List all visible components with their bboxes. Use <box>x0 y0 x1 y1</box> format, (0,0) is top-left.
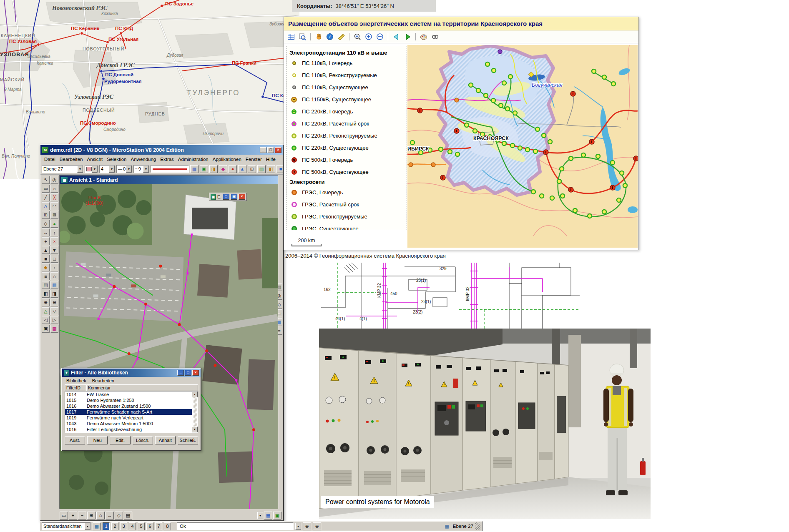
tool-icon[interactable]: ▦ <box>50 281 58 289</box>
chevron-down-icon[interactable]: ▼ <box>126 166 132 173</box>
chevron-down-icon[interactable]: ▼ <box>92 166 98 173</box>
scroll-track[interactable] <box>192 397 198 427</box>
ms-toolbar-icon[interactable]: ▲ <box>238 165 246 173</box>
menu-extras[interactable]: Extras <box>158 156 176 163</box>
scroll-up-icon[interactable]: ▲ <box>192 391 198 397</box>
ms-toolbar-icon[interactable]: ⊞ <box>248 165 256 173</box>
filter-row-selected[interactable]: 1017Fernwärme Schaden nach S-Art <box>65 409 198 415</box>
tool-icon[interactable]: ▤ <box>42 281 50 289</box>
view-toggle-1[interactable]: 1 <box>103 522 110 530</box>
filter-row[interactable]: 1016Filter-Leitungsbezeichnung <box>65 427 198 432</box>
close-icon[interactable]: × <box>275 147 281 153</box>
menu-bearbeiten[interactable]: Bearbeiten <box>90 378 117 384</box>
menu-hilfe[interactable]: Hilfe <box>264 156 278 163</box>
tool-icon[interactable]: ↖ <box>42 176 50 184</box>
tool-icon[interactable]: ◦ <box>50 263 58 271</box>
maximize-icon[interactable]: □ <box>185 370 191 376</box>
tool-icon[interactable]: ▼ <box>50 246 58 254</box>
menu-bibliothek[interactable]: Bibliothek <box>64 378 89 384</box>
zoom-plus-icon[interactable] <box>364 32 373 41</box>
tool-icon[interactable]: ↕ <box>50 228 58 236</box>
menu-datei[interactable]: Datei <box>42 156 58 163</box>
tool-icon[interactable]: ⊕ <box>42 299 50 306</box>
ms-toolbar-icon[interactable]: ◧ <box>267 165 275 173</box>
view-titlebar[interactable]: ▦ Ansicht 1 - Standard <box>60 176 278 184</box>
restore-icon[interactable]: □ <box>223 194 229 200</box>
view-groups-icon[interactable]: ▦ <box>93 522 101 530</box>
filter-row[interactable]: 1014FW Trasse <box>65 391 198 397</box>
filter-row[interactable]: 1043Demo Abwasser Medium 1:5000 <box>65 421 198 427</box>
view-toggle-3[interactable]: 3 <box>120 522 127 530</box>
column-header-filterid[interactable]: FilterID <box>65 384 86 391</box>
zoom-in-icon[interactable]: + <box>69 512 77 519</box>
tool-icon[interactable]: ◁ <box>42 316 50 324</box>
tool-icon[interactable]: ◇ <box>42 220 50 228</box>
filter-row[interactable]: 1019Fernwärme nach Verlegeart <box>65 415 198 421</box>
edit-button[interactable]: Edit. <box>110 436 130 444</box>
filter-row[interactable]: 1015Demo Hydranten 1:250 <box>65 397 198 403</box>
aust-button[interactable]: Aust. <box>65 436 85 444</box>
tool-icon[interactable]: ≡ <box>42 272 50 280</box>
tool-icon[interactable]: ╳ <box>50 193 58 201</box>
level-combo[interactable]: Ebene 27▼ <box>42 165 83 173</box>
tool-icon[interactable]: ▭ <box>42 185 50 193</box>
zoom-minus-icon[interactable] <box>375 32 384 41</box>
ms-toolbar-icon[interactable]: ▦ <box>190 165 199 173</box>
line-style-combo[interactable]: —0▼ <box>116 165 132 173</box>
fit-view-icon[interactable]: ⌂ <box>96 512 105 519</box>
tool-icon[interactable]: + <box>42 237 50 245</box>
tool-icon[interactable]: ▽ <box>50 307 58 315</box>
tool-icon[interactable]: × <box>50 237 58 245</box>
menu-applikationen[interactable]: Applikationen <box>211 156 244 163</box>
maximize-icon[interactable]: □ <box>267 147 274 153</box>
zoom-out-icon[interactable]: − <box>78 512 86 519</box>
menu-bearbeiten[interactable]: Bearbeiten <box>58 156 85 163</box>
tool-icon[interactable]: ● <box>50 220 58 228</box>
krasnoyarsk-map[interactable]: КРАСНОЯРСК ИБИРСК Богучанская <box>407 45 638 248</box>
ms-toolbar-icon[interactable]: ◨ <box>209 165 218 173</box>
settings-icon[interactable]: ▦ <box>264 512 272 519</box>
view-toggle-7[interactable]: 7 <box>155 522 162 530</box>
tool-icon[interactable]: ○ <box>50 185 58 193</box>
nav-back-icon[interactable] <box>392 32 401 41</box>
snap-mode-icon[interactable]: ⊕ <box>303 522 311 530</box>
tool-icon[interactable]: ⌂ <box>50 272 58 280</box>
view-toggle-4[interactable]: 4 <box>129 522 136 530</box>
tool-icon[interactable]: A <box>42 202 50 210</box>
menu-anwendung[interactable]: Anwendung <box>129 156 158 163</box>
zoom-extent-icon[interactable] <box>298 32 307 41</box>
ms-toolbar-icon[interactable]: ● <box>229 165 237 173</box>
pan-icon[interactable]: ↔ <box>106 512 114 519</box>
nav-forward-icon[interactable] <box>403 32 412 41</box>
tool-icon[interactable]: ▲ <box>42 246 50 254</box>
standard-views-combo[interactable]: Standardansichten ▼ <box>42 522 91 530</box>
tool-icon[interactable]: ⊞ <box>42 211 50 219</box>
column-header-kommentar[interactable]: Kommentar <box>86 384 198 391</box>
view-toggle-8[interactable]: 8 <box>164 522 171 530</box>
ms-toolbar-icon[interactable]: ◆ <box>219 165 227 173</box>
tool-icon[interactable]: ■ <box>42 255 50 263</box>
tool-icon[interactable]: ⊖ <box>50 299 58 306</box>
filter-row[interactable]: 1016Demo Abwasser Zustand 1:500 <box>65 403 198 409</box>
tool-icon[interactable]: □ <box>50 255 58 263</box>
palette-icon[interactable] <box>419 32 428 41</box>
tool-icon[interactable]: ◎ <box>50 176 58 184</box>
tool-icon[interactable]: ⊠ <box>50 211 58 219</box>
ms-toolbar-icon[interactable]: ▤ <box>257 165 266 173</box>
close-icon[interactable]: × <box>239 194 245 200</box>
ms-titlebar[interactable]: M demo.rdl (2D - V8 DGN) - MicroStation … <box>40 145 283 155</box>
ms-toolbar-icon[interactable]: ▣ <box>200 165 208 173</box>
menu-ansicht[interactable]: Ansicht <box>85 156 105 163</box>
measure-icon[interactable] <box>337 32 346 41</box>
loesch-button[interactable]: Lösch. <box>133 436 153 444</box>
pan-hand-icon[interactable] <box>314 32 323 41</box>
scroll-down-icon[interactable]: ▼ <box>192 427 198 432</box>
menu-selektion[interactable]: Selektion <box>105 156 128 163</box>
view-tool-icon[interactable]: ▭ <box>60 512 68 519</box>
view-previous-icon[interactable]: ▤ <box>124 512 132 519</box>
chevron-down-icon[interactable]: ▼ <box>85 523 90 530</box>
minimize-icon[interactable]: _ <box>177 370 184 376</box>
layers-panel-icon[interactable] <box>286 32 296 41</box>
window-icon[interactable]: ▣ <box>231 194 237 200</box>
tool-icon[interactable]: ▣ <box>42 325 50 333</box>
